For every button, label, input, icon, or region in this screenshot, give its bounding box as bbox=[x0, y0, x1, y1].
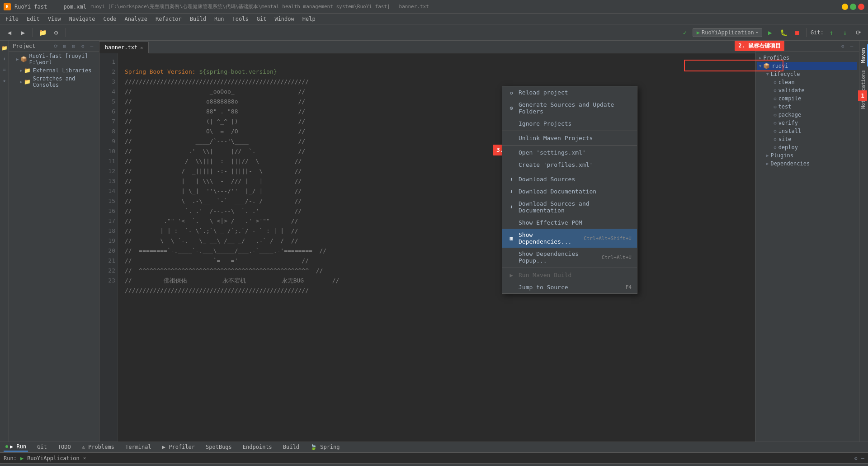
sidebar-project-icon[interactable]: 📁 bbox=[1, 44, 8, 52]
bottom-tab-run[interactable]: ▶ Run bbox=[4, 442, 28, 452]
menu-view[interactable]: View bbox=[44, 15, 65, 23]
maven-settings-icon[interactable]: ⚙ bbox=[839, 42, 846, 50]
ctx-show-deps-popup[interactable]: Show Dependencies Popup... Ctrl+Alt+U bbox=[502, 248, 637, 267]
tab-banner-txt[interactable]: banner.txt ✕ bbox=[99, 42, 149, 53]
maven-hide-icon[interactable]: — bbox=[848, 42, 855, 50]
toolbar-git-history[interactable]: ⟳ bbox=[853, 27, 864, 38]
menu-file[interactable]: File bbox=[2, 15, 22, 23]
ctx-show-deps[interactable]: ▦ Show Dependencies... Ctrl+Alt+Shift+U bbox=[502, 229, 637, 248]
maven-plugins[interactable]: ▶ Plugins bbox=[757, 151, 857, 160]
annotation-badge-1: 1 bbox=[858, 90, 867, 101]
bottom-tab-todo[interactable]: TODO bbox=[56, 443, 73, 451]
bottom-tab-spotbugs[interactable]: SpotBugs bbox=[204, 443, 234, 451]
menu-refactor[interactable]: Refactor bbox=[152, 15, 185, 23]
menu-window[interactable]: Window bbox=[271, 15, 297, 23]
maven-package[interactable]: ⚙ package bbox=[757, 111, 857, 119]
maven-verify[interactable]: ⚙ verify bbox=[757, 119, 857, 127]
code-area[interactable]: Spring Boot Version: ${spring-boot.versi… bbox=[118, 53, 755, 442]
toolbar-project[interactable]: 📁 bbox=[37, 27, 48, 38]
ctx-ignore[interactable]: Ignore Projects bbox=[502, 118, 637, 130]
panel-expand-icon[interactable]: ⊞ bbox=[61, 42, 68, 50]
tree-scratches[interactable]: ▶ 📁 Scratches and Consoles bbox=[9, 75, 99, 89]
panel-collapse-icon[interactable]: ⊟ bbox=[70, 42, 77, 50]
toolbar-forward[interactable]: ▶ bbox=[17, 27, 29, 38]
maven-dependencies[interactable]: ▶ Dependencies bbox=[757, 160, 857, 168]
run-app-play: ▶ bbox=[20, 455, 24, 461]
window-controls[interactable] bbox=[842, 4, 864, 10]
maven-deploy[interactable]: ⚙ deploy bbox=[757, 143, 857, 151]
ctx-unlink[interactable]: Unlink Maven Projects bbox=[502, 132, 637, 144]
maven-site[interactable]: ⚙ site bbox=[757, 135, 857, 143]
ctx-dlboth-icon: ⬇ bbox=[508, 204, 515, 210]
bottom-tab-endpoints[interactable]: Endpoints bbox=[241, 443, 274, 451]
minimize-button[interactable] bbox=[842, 4, 848, 10]
vtab-notifications[interactable]: Notifications bbox=[859, 66, 868, 113]
bottom-tab-spring[interactable]: 🍃 Spring bbox=[308, 443, 342, 451]
toolbar-run[interactable]: ▶ bbox=[764, 27, 776, 38]
bottom-tab-terminal[interactable]: Terminal bbox=[123, 443, 153, 451]
menu-run[interactable]: Run bbox=[211, 15, 228, 23]
close-button[interactable] bbox=[858, 4, 864, 10]
menu-help[interactable]: Help bbox=[299, 15, 319, 23]
bottom-tab-profiler[interactable]: ▶ Profiler bbox=[160, 443, 197, 451]
maven-project-label: ruoyi bbox=[772, 63, 788, 69]
run-app-name: RuoYiApplication bbox=[27, 455, 80, 461]
maven-lifecycle[interactable]: ▼ Lifecycle bbox=[757, 70, 857, 78]
ctx-download-docs[interactable]: ⬇ Download Documentation bbox=[502, 185, 637, 198]
ctx-jump-to-source[interactable]: Jump to Source F4 bbox=[502, 281, 637, 293]
app-icon: R bbox=[4, 3, 11, 10]
bottom-tab-git[interactable]: Git bbox=[35, 443, 49, 451]
run-hide-icon[interactable]: — bbox=[861, 455, 864, 461]
run-settings-icon[interactable]: ⚙ bbox=[854, 455, 858, 461]
toolbar-debug[interactable]: 🐛 bbox=[778, 27, 789, 38]
maven-test[interactable]: ⚙ test bbox=[757, 103, 857, 111]
maven-clean[interactable]: ⚙ clean bbox=[757, 78, 857, 86]
ctx-show-effective-pom[interactable]: Show Effective POM bbox=[502, 217, 637, 229]
maximize-button[interactable] bbox=[850, 4, 856, 10]
sidebar-favorites-icon[interactable]: ★ bbox=[1, 77, 8, 84]
maven-validate[interactable]: ⚙ validate bbox=[757, 86, 857, 94]
menu-build[interactable]: Build bbox=[186, 15, 210, 23]
tree-external-libs[interactable]: ▶ 📁 External Libraries bbox=[9, 66, 99, 75]
tree-extlibs-icon: 📁 bbox=[24, 67, 31, 74]
tab-close-icon[interactable]: ✕ bbox=[140, 45, 143, 50]
vtab-maven[interactable]: Maven bbox=[859, 44, 868, 66]
menu-analyze[interactable]: Analyze bbox=[121, 15, 151, 23]
ctx-download-both[interactable]: ⬇ Download Sources and Documentation bbox=[502, 198, 637, 217]
tree-root-item[interactable]: ▶ 📦 RuoYi-fast [ruoyi] F:\worl bbox=[9, 52, 99, 66]
ctx-download-sources[interactable]: ⬇ Download Sources bbox=[502, 173, 637, 185]
ctx-reload[interactable]: ↺ Reload project bbox=[502, 86, 637, 99]
menu-git[interactable]: Git bbox=[253, 15, 270, 23]
editor-content: 1 2 3 4 5 6 7 8 9 10 11 12 13 14 15 16 1 bbox=[99, 53, 755, 442]
panel-settings-icon[interactable]: ⚙ bbox=[79, 42, 86, 50]
maven-validate-label: validate bbox=[778, 87, 805, 94]
bottom-tab-build[interactable]: Build bbox=[281, 443, 301, 451]
ctx-open-settings[interactable]: Open 'settings.xml' bbox=[502, 146, 637, 159]
ctx-generate-sources[interactable]: ⚙ Generate Sources and Update Folders bbox=[502, 99, 637, 118]
maven-profiles[interactable]: ▶ Profiles bbox=[757, 54, 857, 62]
menu-navigate[interactable]: Navigate bbox=[66, 15, 99, 23]
maven-deps-label: Dependencies bbox=[770, 160, 810, 167]
maven-install[interactable]: ⚙ install bbox=[757, 127, 857, 135]
toolbar-check[interactable]: ✓ bbox=[679, 27, 691, 38]
toolbar-git-pull[interactable]: ↓ bbox=[839, 27, 851, 38]
ctx-run-maven: ▶ Run Maven Build bbox=[502, 269, 637, 281]
maven-project-ruoyi[interactable]: ▼ 📦 ruoyi bbox=[757, 62, 857, 70]
sidebar-commit-icon[interactable]: ⬆ bbox=[1, 55, 8, 62]
run-config-selector[interactable]: ▶ RuoYiApplication ▾ bbox=[693, 28, 762, 37]
sidebar-structure-icon[interactable]: ≡ bbox=[1, 66, 8, 73]
menu-code[interactable]: Code bbox=[100, 15, 120, 23]
panel-sync-icon[interactable]: ⟳ bbox=[52, 42, 59, 50]
menu-edit[interactable]: Edit bbox=[23, 15, 43, 23]
toolbar-git-push[interactable]: ↑ bbox=[826, 27, 837, 38]
maven-compile[interactable]: ⚙ compile bbox=[757, 94, 857, 103]
bottom-tab-problems[interactable]: ⚠ Problems bbox=[80, 443, 116, 451]
ctx-create-profiles[interactable]: Create 'profiles.xml' bbox=[502, 159, 637, 171]
toolbar-back[interactable]: ◀ bbox=[4, 27, 15, 38]
menu-tools[interactable]: Tools bbox=[229, 15, 252, 23]
panel-hide-icon[interactable]: — bbox=[88, 42, 95, 50]
toolbar-stop[interactable]: ■ bbox=[791, 27, 803, 38]
run-close-icon[interactable]: ✕ bbox=[83, 455, 86, 461]
maven-clean-label: clean bbox=[778, 79, 795, 85]
toolbar-settings[interactable]: ⚙ bbox=[50, 27, 62, 38]
